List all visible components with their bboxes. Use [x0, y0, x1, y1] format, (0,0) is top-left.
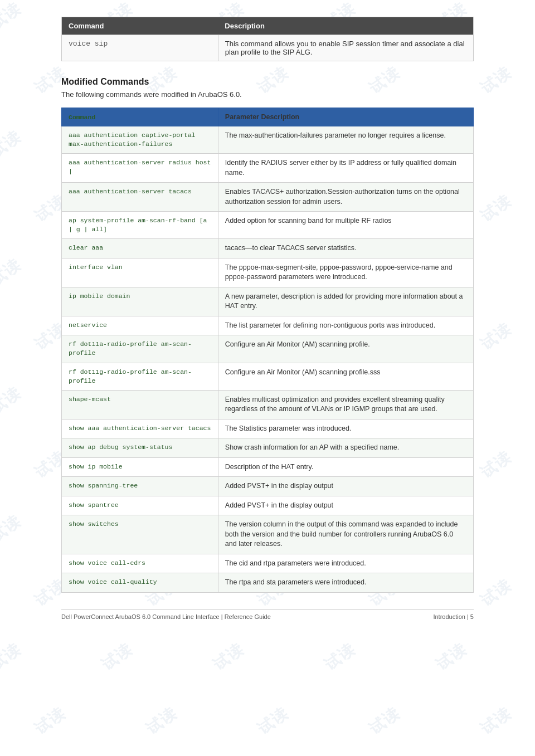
modified-section: Modified Commands The following commands… — [61, 77, 474, 593]
watermark-text: 试读 — [365, 703, 405, 739]
command-cell: interface vlan — [62, 258, 218, 287]
table-row: show voice call-cdrs The cid and rtpa pa… — [62, 554, 474, 573]
section-intro: The following commands were modified in … — [61, 90, 474, 99]
description-cell: The Statistics parameter was introduced. — [218, 419, 473, 438]
table-row: clear aaa tacacs—to clear TACACS server … — [62, 239, 474, 258]
description-cell: Added option for scanning band for multi… — [218, 212, 473, 239]
table-row: show ip mobile Description of the HAT en… — [62, 457, 474, 477]
command-cell: show voice call-cdrs — [62, 554, 218, 573]
description-cell: Identify the RADIUS server either by its… — [218, 154, 473, 183]
command-cell: ip mobile domain — [62, 287, 218, 316]
description-cell: The version column in the output of this… — [218, 515, 473, 554]
command-cell: aaa authentication-server tacacs — [62, 183, 218, 212]
command-cell: show spanning-tree — [62, 477, 218, 496]
description-cell: Added PVST+ in the display output — [218, 496, 473, 515]
table-row: netservice The list parameter for defini… — [62, 316, 474, 335]
command-cell: show ip mobile — [62, 457, 218, 477]
description-cell: Configure an Air Monitor (AM) scanning p… — [218, 335, 473, 363]
footer: Dell PowerConnect ArubaOS 6.0 Command Li… — [61, 609, 474, 620]
command-cell: show ap debug system-status — [62, 438, 218, 458]
description-cell: The cid and rtpa parameters were introdu… — [218, 554, 473, 573]
description-cell: A new parameter, description is added fo… — [218, 287, 473, 316]
command-cell: ap system-profile am-scan-rf-band [a | g… — [62, 212, 218, 239]
command-cell: clear aaa — [62, 239, 218, 258]
page-content: Command Description voice sip This comma… — [0, 0, 535, 653]
table-row: show switches The version column in the … — [62, 515, 474, 554]
table-row: ap system-profile am-scan-rf-band [a | g… — [62, 212, 474, 239]
description-cell: The list parameter for defining non-cont… — [218, 316, 473, 335]
watermark-text: 试读 — [254, 703, 293, 739]
watermark-text: 试读 — [31, 703, 70, 739]
footer-left: Dell PowerConnect ArubaOS 6.0 Command Li… — [61, 613, 271, 620]
table-row: rf dot11a-radio-profile am-scan-profile … — [62, 335, 474, 363]
main-table-header-command: Command — [62, 108, 218, 126]
command-cell: rf dot11g-radio-profile am-scan-profile — [62, 363, 218, 390]
main-table: Command Parameter Description aaa authen… — [61, 108, 474, 593]
command-cell: show aaa authentication-server tacacs — [62, 419, 218, 438]
description-cell: Configure an Air Monitor (AM) scanning p… — [218, 363, 473, 390]
description-cell: Show crash information for an AP with a … — [218, 438, 473, 458]
description-cell: The rtpa and sta parameters were introdu… — [218, 573, 473, 593]
table-row: show ap debug system-status Show crash i… — [62, 438, 474, 458]
command-cell: aaa authentication-server radius host | — [62, 154, 218, 183]
command-cell: show switches — [62, 515, 218, 554]
description-cell: The max-authentication-failures paramete… — [218, 126, 473, 154]
description-cell: Enables multicast optimization and provi… — [218, 390, 473, 419]
top-table-row: voice sip This command allows you to ena… — [62, 35, 474, 61]
command-cell: show spantree — [62, 496, 218, 515]
table-row: aaa authentication-server tacacs Enables… — [62, 183, 474, 212]
table-row: show aaa authentication-server tacacs Th… — [62, 419, 474, 438]
table-row: interface vlan The pppoe-max-segment-sit… — [62, 258, 474, 287]
top-table-header-description: Description — [218, 17, 473, 35]
table-row: ip mobile domain A new parameter, descri… — [62, 287, 474, 316]
command-cell: aaa authentication captive-portal max-au… — [62, 126, 218, 154]
top-table: Command Description voice sip This comma… — [61, 17, 474, 61]
command-cell: netservice — [62, 316, 218, 335]
watermark-text: 试读 — [142, 703, 182, 739]
table-row: shape-mcast Enables multicast optimizati… — [62, 390, 474, 419]
table-row: show spanning-tree Added PVST+ in the di… — [62, 477, 474, 496]
top-table-command-cell: voice sip — [62, 35, 218, 61]
command-cell: show voice call-quality — [62, 573, 218, 593]
description-cell: The pppoe-max-segment-site, pppoe-passwo… — [218, 258, 473, 287]
command-cell: shape-mcast — [62, 390, 218, 419]
table-row: aaa authentication-server radius host | … — [62, 154, 474, 183]
description-cell: Added PVST+ in the display output — [218, 477, 473, 496]
top-table-header-command: Command — [62, 17, 218, 35]
section-title: Modified Commands — [61, 77, 474, 87]
footer-right: Introduction | 5 — [433, 613, 474, 620]
table-row: rf dot11g-radio-profile am-scan-profile … — [62, 363, 474, 390]
description-cell: Description of the HAT entry. — [218, 457, 473, 477]
watermark-text: 试读 — [476, 703, 516, 739]
description-cell: tacacs—to clear TACACS server statistics… — [218, 239, 473, 258]
table-row: show spantree Added PVST+ in the display… — [62, 496, 474, 515]
command-cell: rf dot11a-radio-profile am-scan-profile — [62, 335, 218, 363]
description-cell: Enables TACACS+ authorization.Session-au… — [218, 183, 473, 212]
table-row: aaa authentication captive-portal max-au… — [62, 126, 474, 154]
top-table-description-cell: This command allows you to enable SIP se… — [218, 35, 473, 61]
table-row: show voice call-quality The rtpa and sta… — [62, 573, 474, 593]
main-table-header-description: Parameter Description — [218, 108, 473, 126]
